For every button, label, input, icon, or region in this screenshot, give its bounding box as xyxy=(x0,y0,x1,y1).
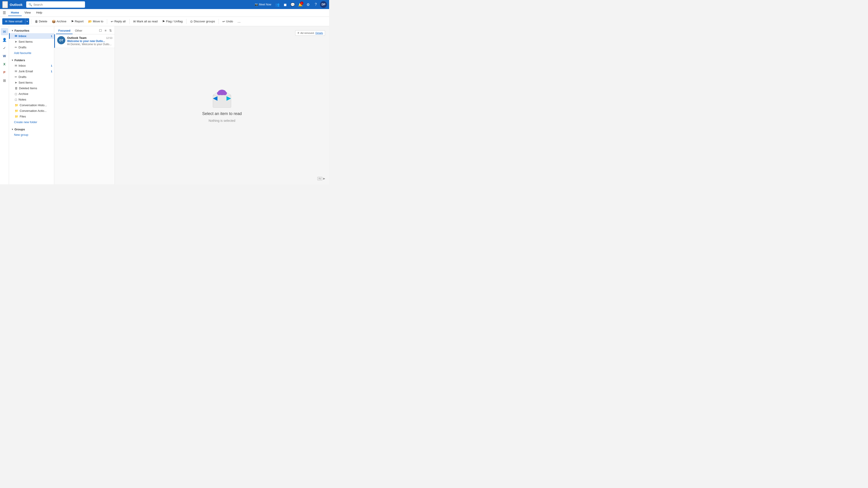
folder-conv-history[interactable]: 📁 Conversation Histo... xyxy=(9,102,54,108)
office-icon-btn[interactable]: ◼ xyxy=(282,1,288,8)
tab-other[interactable]: Other xyxy=(72,28,85,34)
teams-icon: 👥 xyxy=(275,2,280,7)
folder-sent[interactable]: ➤ Sent Items xyxy=(9,80,54,86)
title-bar-actions: 📷 Meet Now 👥 ◼ 💬 🔔 1 ⚙ ? DP xyxy=(253,1,327,8)
avatar-label: DP xyxy=(322,3,326,6)
new-email-arrow[interactable]: ▾ xyxy=(25,18,29,25)
mail-preview: Hi Dominic, Welcome to your Outlo... xyxy=(67,43,112,46)
camera-icon: 📷 xyxy=(255,3,258,6)
ad-details-link[interactable]: Details xyxy=(315,32,323,34)
apps-icon-btn[interactable]: ⊞ xyxy=(2,1,8,8)
folder-drafts[interactable]: ✏ Drafts xyxy=(9,74,54,80)
add-favourite-link[interactable]: Add favourite xyxy=(9,50,54,56)
ad-label: Ad xyxy=(317,177,322,180)
title-bar: ⊞ Outlook 🔍 📷 Meet Now 👥 ◼ 💬 🔔 1 ⚙ ? xyxy=(0,0,329,9)
folder-files-icon: 📁 xyxy=(15,115,18,118)
fav-drafts[interactable]: ✏ Drafts xyxy=(9,44,54,50)
notification-btn[interactable]: 🔔 1 xyxy=(297,1,304,8)
nav-mail-btn[interactable]: ✉ xyxy=(1,28,8,35)
settings-btn[interactable]: ⚙ xyxy=(305,1,311,8)
delete-icon: 🗑 xyxy=(35,20,38,23)
folder-junk[interactable]: ✉ Junk Email 1 xyxy=(9,68,54,74)
sep1 xyxy=(31,19,31,24)
folders-header[interactable]: ▼ Folders xyxy=(9,58,54,63)
tab-help[interactable]: Help xyxy=(33,9,45,16)
avatar-btn[interactable]: DP xyxy=(320,1,327,8)
envelope-illustration xyxy=(211,88,233,109)
mail-item[interactable]: OT Outlook Team 12:53 Welcome to your ne… xyxy=(54,34,115,48)
tab-focused[interactable]: Focused xyxy=(56,28,72,34)
sort-btn[interactable]: ⇅ xyxy=(108,28,113,33)
select-item-subtitle: Nothing is selected xyxy=(209,119,235,123)
reply-all-btn[interactable]: ↩ Reply all xyxy=(109,18,127,25)
search-icon: 🔍 xyxy=(29,3,32,6)
folder-conv-history-icon: 📁 xyxy=(15,103,18,107)
search-box: 🔍 xyxy=(26,1,85,8)
mail-subject: Welcome to your new Outlo... xyxy=(67,39,112,43)
sent-icon-fav: ➤ xyxy=(15,40,17,43)
ad-removed-close-btn[interactable]: ✕ xyxy=(297,31,300,35)
app-logo: Outlook xyxy=(10,3,23,6)
delete-btn[interactable]: 🗑 Delete xyxy=(33,18,49,25)
nav-apps-btn[interactable]: ⊞ xyxy=(1,77,8,84)
sender-avatar: OT xyxy=(57,36,65,44)
new-email-main[interactable]: ✉ New email xyxy=(2,20,25,23)
folder-notes[interactable]: ◻ Notes xyxy=(9,97,54,102)
new-email-button[interactable]: ✉ New email ▾ xyxy=(2,18,29,25)
folder-conv-actions-icon: 📁 xyxy=(15,109,18,112)
folder-inbox[interactable]: ✉ Inbox 1 xyxy=(9,63,54,68)
reading-pane: Select an item to read Nothing is select… xyxy=(115,26,329,184)
folder-deleted[interactable]: 🗑 Deleted Items xyxy=(9,86,54,91)
nav-powerpoint-btn[interactable]: P xyxy=(1,69,8,76)
mail-time: 12:53 xyxy=(106,37,112,39)
flag-unflag-btn[interactable]: ⚑ Flag / Unflag xyxy=(160,18,184,25)
new-group-link[interactable]: New group xyxy=(9,132,54,138)
settings-icon: ⚙ xyxy=(307,2,310,7)
teams-icon-btn[interactable]: 👥 xyxy=(274,1,281,8)
inbox-icon: ✉ xyxy=(15,34,17,38)
report-btn[interactable]: ⚑ Report xyxy=(69,18,86,25)
reply-all-icon: ↩ xyxy=(111,20,114,23)
nav-people-btn[interactable]: 👤 xyxy=(1,36,8,43)
groups-header[interactable]: ▼ Groups xyxy=(9,127,54,132)
feedback-icon-btn[interactable]: 💬 xyxy=(289,1,296,8)
more-btn[interactable]: ... xyxy=(236,19,242,24)
favourites-header[interactable]: ▼ Favourites xyxy=(9,28,54,33)
help-icon-btn[interactable]: ? xyxy=(312,1,319,8)
folder-sent-icon: ➤ xyxy=(15,81,17,84)
svg-point-6 xyxy=(222,92,227,95)
fav-sent-items[interactable]: ➤ Sent Items xyxy=(9,39,54,44)
nav-word-btn[interactable]: W xyxy=(1,53,8,60)
ad-arrow-icon: ▶ xyxy=(323,177,325,180)
search-input[interactable] xyxy=(33,3,83,6)
left-nav: ✉ 👤 ✓ W X P ⊞ xyxy=(0,26,9,184)
filter-options-btn[interactable]: ≡ xyxy=(104,28,107,33)
mark-read-icon: ✉ xyxy=(133,20,136,23)
nav-excel-btn[interactable]: X xyxy=(1,61,8,68)
flag-icon: ⚑ xyxy=(162,20,165,23)
folder-conv-actions[interactable]: 📁 Conversation Actio... xyxy=(9,108,54,113)
move-to-btn[interactable]: 📂 Move to xyxy=(86,18,105,25)
discover-groups-btn[interactable]: ⊙ Discover groups xyxy=(188,18,217,25)
toolbar: ✉ New email ▾ 🗑 Delete 📦 Archive ⚑ Repor… xyxy=(0,17,329,26)
hamburger-btn[interactable]: ☰ xyxy=(1,10,7,16)
folder-archive[interactable]: ◻ Archive xyxy=(9,91,54,97)
office-icon: ◼ xyxy=(284,2,287,7)
tab-home[interactable]: Home xyxy=(8,9,22,16)
svg-rect-0 xyxy=(213,95,231,107)
help-icon: ? xyxy=(315,2,317,6)
tab-view[interactable]: View xyxy=(22,9,33,16)
folder-files[interactable]: 📁 Files xyxy=(9,113,54,119)
meet-now-btn[interactable]: 📷 Meet Now xyxy=(253,2,273,7)
undo-icon: ↩ xyxy=(222,20,225,23)
folder-inbox-icon: ✉ xyxy=(15,64,17,67)
mark-all-read-btn[interactable]: ✉ Mark all as read xyxy=(131,18,159,25)
filter-select-btn[interactable]: ☐ xyxy=(98,28,103,33)
create-new-folder-link[interactable]: Create new folder xyxy=(9,119,54,125)
select-item-area: Select an item to read Nothing is select… xyxy=(202,88,242,123)
undo-btn[interactable]: ↩ Undo xyxy=(221,18,235,25)
fav-inbox[interactable]: ✉ Inbox 1 xyxy=(9,33,54,39)
nav-tasks-btn[interactable]: ✓ xyxy=(1,44,8,52)
archive-btn[interactable]: 📦 Archive xyxy=(50,18,68,25)
ribbon-tabs: Home View Help xyxy=(8,9,45,16)
